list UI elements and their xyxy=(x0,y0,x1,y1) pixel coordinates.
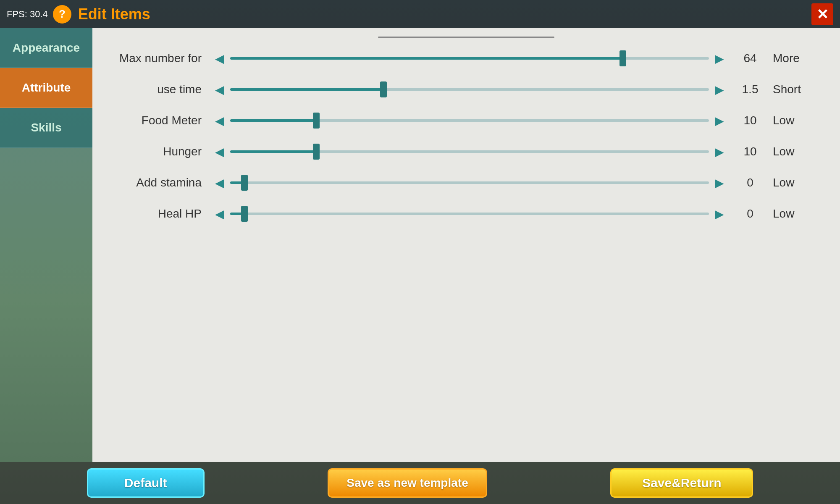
slider-left-arrow-hunger[interactable]: ◀ xyxy=(212,144,228,160)
page-title: Edit Items xyxy=(78,5,811,23)
slider-track-use-time xyxy=(230,88,709,91)
slider-row-food-meter: Food Meter ◀ ▶ 10 Low xyxy=(118,113,815,129)
slider-left-arrow-food-meter[interactable]: ◀ xyxy=(212,113,228,129)
sliders-container: Max number for ◀ ▶ 64 More use time ◀ ▶ xyxy=(118,50,815,237)
sidebar-tab-skills[interactable]: Skills xyxy=(0,108,92,148)
slider-track-add-stamina xyxy=(230,181,709,184)
slider-value-add-stamina: 0 xyxy=(733,176,767,189)
slider-label-max-number: Max number for xyxy=(118,52,202,65)
slider-value-heal-hp: 0 xyxy=(733,207,767,220)
slider-fill-use-time xyxy=(230,88,383,91)
slider-descriptor-heal-hp: Low xyxy=(773,207,815,220)
slider-descriptor-add-stamina: Low xyxy=(773,176,815,189)
top-divider-line xyxy=(378,37,554,38)
slider-thumb-use-time[interactable] xyxy=(380,81,387,97)
slider-label-food-meter: Food Meter xyxy=(118,114,202,127)
save-template-button[interactable]: Save as new template xyxy=(328,468,487,498)
slider-fill-hunger xyxy=(230,150,316,153)
slider-value-use-time: 1.5 xyxy=(733,83,767,96)
slider-right-arrow-heal-hp[interactable]: ▶ xyxy=(711,206,727,222)
slider-left-arrow-use-time[interactable]: ◀ xyxy=(212,81,228,97)
slider-track-heal-hp xyxy=(230,213,709,215)
fps-counter: FPS: 30.4 xyxy=(7,9,48,20)
slider-track-hunger xyxy=(230,150,709,153)
slider-right-arrow-max-number[interactable]: ▶ xyxy=(711,50,727,66)
slider-thumb-max-number[interactable] xyxy=(620,50,626,66)
slider-value-food-meter: 10 xyxy=(733,114,767,127)
slider-descriptor-use-time: Short xyxy=(773,83,815,96)
slider-right-arrow-food-meter[interactable]: ▶ xyxy=(711,113,727,129)
slider-row-max-number: Max number for ◀ ▶ 64 More xyxy=(118,50,815,66)
slider-track-max-number xyxy=(230,57,709,60)
slider-row-hunger: Hunger ◀ ▶ 10 Low xyxy=(118,144,815,160)
slider-row-add-stamina: Add stamina ◀ ▶ 0 Low xyxy=(118,175,815,191)
content-area: Max number for ◀ ▶ 64 More use time ◀ ▶ xyxy=(92,28,840,462)
main-container: FPS: 30.4 ? Edit Items ✕ Appearance Attr… xyxy=(0,0,840,504)
slider-label-add-stamina: Add stamina xyxy=(118,176,202,189)
slider-value-hunger: 10 xyxy=(733,145,767,158)
default-button[interactable]: Default xyxy=(87,468,205,498)
slider-track-container-heal-hp[interactable] xyxy=(230,206,709,222)
slider-track-container-food-meter[interactable] xyxy=(230,113,709,129)
slider-right-arrow-add-stamina[interactable]: ▶ xyxy=(711,175,727,191)
slider-thumb-hunger[interactable] xyxy=(313,144,320,160)
slider-thumb-add-stamina[interactable] xyxy=(241,175,248,191)
slider-descriptor-max-number: More xyxy=(773,52,815,65)
slider-row-heal-hp: Heal HP ◀ ▶ 0 Low xyxy=(118,206,815,222)
sidebar-tab-appearance[interactable]: Appearance xyxy=(0,28,92,68)
body-area: Appearance Attribute Skills Max number f… xyxy=(0,28,840,462)
slider-thumb-food-meter[interactable] xyxy=(313,113,320,129)
slider-thumb-heal-hp[interactable] xyxy=(241,206,248,222)
sidebar: Appearance Attribute Skills xyxy=(0,28,92,462)
slider-right-arrow-hunger[interactable]: ▶ xyxy=(711,144,727,160)
slider-fill-food-meter xyxy=(230,119,316,122)
slider-left-arrow-max-number[interactable]: ◀ xyxy=(212,50,228,66)
slider-track-container-max-number[interactable] xyxy=(230,50,709,66)
slider-value-max-number: 64 xyxy=(733,52,767,65)
slider-left-arrow-heal-hp[interactable]: ◀ xyxy=(212,206,228,222)
close-button[interactable]: ✕ xyxy=(811,3,833,25)
slider-right-arrow-use-time[interactable]: ▶ xyxy=(711,81,727,97)
slider-track-food-meter xyxy=(230,119,709,122)
bottom-bar: Default Save as new template Save&Return xyxy=(0,462,840,504)
slider-row-use-time: use time ◀ ▶ 1.5 Short xyxy=(118,81,815,97)
slider-track-container-use-time[interactable] xyxy=(230,81,709,97)
slider-descriptor-hunger: Low xyxy=(773,145,815,158)
slider-track-container-add-stamina[interactable] xyxy=(230,175,709,191)
topbar: FPS: 30.4 ? Edit Items ✕ xyxy=(0,0,840,28)
help-button[interactable]: ? xyxy=(53,5,71,24)
slider-track-container-hunger[interactable] xyxy=(230,144,709,160)
slider-label-use-time: use time xyxy=(118,83,202,96)
slider-descriptor-food-meter: Low xyxy=(773,114,815,127)
slider-label-hunger: Hunger xyxy=(118,145,202,158)
top-divider-row xyxy=(118,37,815,38)
slider-label-heal-hp: Heal HP xyxy=(118,207,202,220)
slider-left-arrow-add-stamina[interactable]: ◀ xyxy=(212,175,228,191)
sidebar-tab-attribute[interactable]: Attribute xyxy=(0,68,92,108)
slider-fill-max-number xyxy=(230,57,623,60)
save-return-button[interactable]: Save&Return xyxy=(610,468,753,498)
